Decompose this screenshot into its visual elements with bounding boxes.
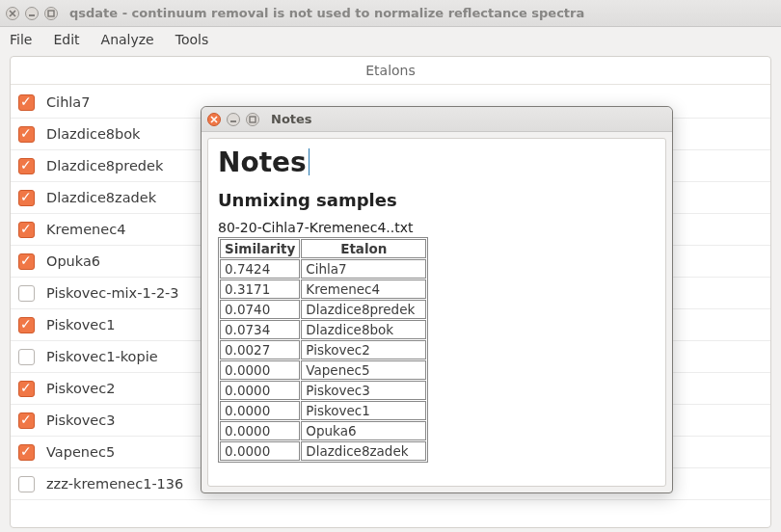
etalon-cell: Piskovec2 (301, 340, 426, 359)
list-item-label: Piskovec1 (46, 317, 115, 332)
etalon-cell: Vapenec5 (301, 360, 426, 380)
similarity-cell: 0.0734 (220, 320, 300, 339)
list-item-label: Kremenec4 (46, 222, 125, 237)
maximize-icon[interactable] (44, 7, 58, 20)
checkbox[interactable] (18, 381, 35, 397)
table-row: 0.0000Piskovec1 (220, 401, 426, 420)
panel-title: Etalons (11, 57, 770, 85)
checkbox[interactable] (18, 317, 35, 333)
similarity-cell: 0.7424 (220, 259, 300, 279)
list-item-label: Piskovec3 (46, 412, 115, 428)
menu-file[interactable]: File (10, 32, 32, 47)
table-row: 0.3171Kremenec4 (220, 279, 426, 299)
table-row: 0.7424Cihla7 (220, 259, 426, 279)
col-similarity: Similarity (220, 239, 300, 258)
list-item-label: Dlazdice8predek (46, 158, 163, 173)
text-cursor (309, 148, 310, 175)
table-row: 0.0000Piskovec3 (220, 381, 426, 400)
minimize-icon[interactable] (227, 113, 240, 126)
checkbox[interactable] (18, 94, 35, 111)
etalon-cell: Piskovec3 (301, 381, 426, 400)
notes-window-title: Notes (271, 112, 312, 126)
svg-rect-0 (48, 11, 54, 16)
etalon-cell: Dlazdice8bok (301, 320, 426, 339)
table-row: 0.0027Piskovec2 (220, 340, 426, 359)
list-item-label: zzz-kremenec1-136 (46, 476, 183, 492)
etalon-cell: Dlazdice8predek (301, 300, 426, 319)
notes-window[interactable]: Notes Notes Unmixing samples 80-20-Cihla… (201, 106, 673, 493)
menu-edit[interactable]: Edit (53, 32, 79, 47)
window-title: qsdate - continuum removal is not used t… (69, 6, 584, 20)
notes-titlebar[interactable]: Notes (202, 107, 672, 132)
checkbox[interactable] (18, 126, 35, 143)
list-item-label: Dlazdice8bok (46, 126, 141, 142)
similarity-table: Similarity Etalon 0.7424Cihla70.3171Krem… (218, 237, 428, 463)
table-row: 0.0734Dlazdice8bok (220, 320, 426, 339)
checkbox[interactable] (18, 476, 35, 492)
similarity-cell: 0.0027 (220, 340, 300, 359)
list-item-label: Piskovec-mix-1-2-3 (46, 285, 179, 301)
close-icon[interactable] (6, 7, 19, 20)
notes-subheading: Unmixing samples (218, 190, 656, 210)
notes-h1-text: Notes (218, 146, 307, 178)
minimize-icon[interactable] (25, 7, 39, 20)
table-row: 0.0740Dlazdice8predek (220, 300, 426, 319)
etalon-cell: Piskovec1 (301, 401, 426, 420)
table-row: 0.0000Dlazdice8zadek (220, 441, 426, 461)
similarity-cell: 0.0740 (220, 300, 300, 319)
table-row: 0.0000Vapenec5 (220, 360, 426, 380)
list-item-label: Dlazdice8zadek (46, 190, 156, 205)
col-etalon: Etalon (301, 239, 426, 258)
list-item-label: Cihla7 (46, 94, 90, 110)
list-item-label: Opuka6 (46, 253, 100, 269)
checkbox[interactable] (18, 412, 35, 429)
list-item-label: Vapenec5 (46, 444, 115, 460)
similarity-cell: 0.0000 (220, 360, 300, 380)
menu-analyze[interactable]: Analyze (101, 32, 154, 47)
notes-heading: Notes (218, 146, 310, 178)
similarity-cell: 0.0000 (220, 421, 300, 440)
main-titlebar[interactable]: qsdate - continuum removal is not used t… (0, 0, 781, 27)
table-row: 0.0000Opuka6 (220, 421, 426, 440)
maximize-icon[interactable] (246, 113, 259, 126)
list-item-label: Piskovec1-kopie (46, 349, 158, 364)
similarity-cell: 0.0000 (220, 441, 300, 461)
notes-caption: 80-20-Cihla7-Kremenec4..txt (218, 220, 656, 235)
notes-body[interactable]: Notes Unmixing samples 80-20-Cihla7-Krem… (207, 138, 666, 487)
etalon-cell: Cihla7 (301, 259, 426, 279)
similarity-cell: 0.0000 (220, 401, 300, 420)
svg-rect-1 (250, 117, 256, 122)
checkbox[interactable] (18, 158, 35, 174)
checkbox[interactable] (18, 285, 35, 302)
checkbox[interactable] (18, 190, 35, 206)
close-icon[interactable] (207, 113, 221, 126)
similarity-cell: 0.3171 (220, 279, 300, 299)
etalon-cell: Kremenec4 (301, 279, 426, 299)
similarity-cell: 0.0000 (220, 381, 300, 400)
list-item-label: Piskovec2 (46, 381, 115, 396)
checkbox[interactable] (18, 222, 35, 238)
checkbox[interactable] (18, 444, 35, 461)
menubar: File Edit Analyze Tools (0, 27, 781, 52)
checkbox[interactable] (18, 253, 35, 270)
etalon-cell: Dlazdice8zadek (301, 441, 426, 461)
checkbox[interactable] (18, 349, 35, 365)
menu-tools[interactable]: Tools (175, 32, 209, 47)
etalon-cell: Opuka6 (301, 421, 426, 440)
